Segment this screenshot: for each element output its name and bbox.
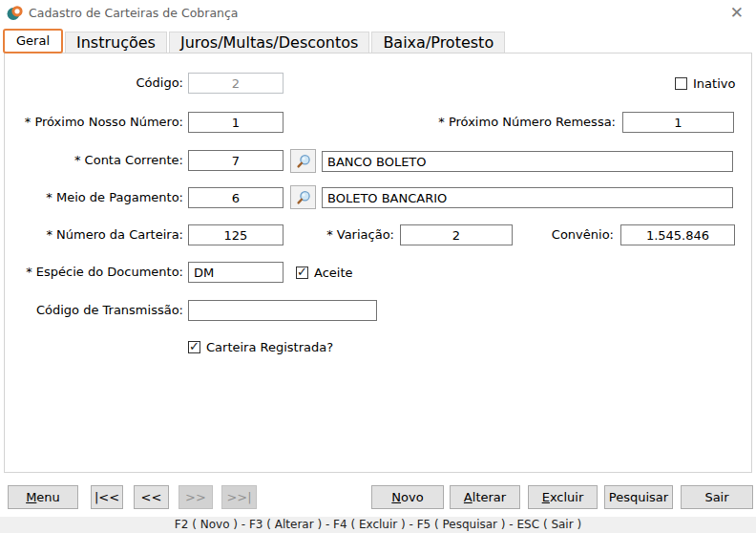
conta-corrente-lookup-button[interactable] bbox=[290, 149, 316, 173]
tab-baixa-protesto[interactable]: Baixa/Protesto bbox=[371, 32, 505, 53]
tab-instrucoes[interactable]: Instruções bbox=[65, 32, 167, 53]
close-icon[interactable]: ✕ bbox=[730, 3, 744, 22]
carteira-registrada-checkbox[interactable]: Carteira Registrada? bbox=[188, 340, 333, 354]
previous-record-button[interactable]: << bbox=[134, 485, 169, 509]
first-record-button[interactable]: |<< bbox=[91, 485, 123, 509]
meio-pagamento-label: * Meio de Pagamento: bbox=[8, 187, 183, 208]
checkbox-box bbox=[296, 266, 308, 279]
sair-button[interactable]: Sair bbox=[681, 485, 753, 509]
proximo-nosso-numero-label: * Próximo Nosso Número: bbox=[8, 112, 183, 133]
proximo-numero-remessa-label: * Próximo Número Remessa: bbox=[382, 112, 616, 133]
carteira-registrada-checkbox-label: Carteira Registrada? bbox=[206, 340, 333, 354]
convenio-label: Convênio: bbox=[515, 224, 614, 245]
checkbox-box bbox=[675, 77, 687, 90]
magnifier-icon bbox=[296, 154, 311, 169]
novo-button[interactable]: Novo bbox=[371, 485, 444, 509]
codigo-input bbox=[188, 73, 284, 94]
inativo-checkbox-label: Inativo bbox=[693, 76, 735, 91]
app-logo-icon bbox=[7, 5, 23, 21]
alterar-button[interactable]: Alterar bbox=[450, 485, 520, 509]
convenio-input[interactable] bbox=[620, 224, 735, 245]
especie-documento-input[interactable] bbox=[188, 262, 284, 283]
next-record-button: >> bbox=[178, 485, 213, 509]
app-window: Cadastro de Carteiras de Cobrança ✕ Gera… bbox=[0, 0, 756, 533]
checkbox-box bbox=[188, 341, 200, 353]
proximo-numero-remessa-input[interactable] bbox=[622, 112, 734, 133]
conta-corrente-input[interactable] bbox=[188, 150, 284, 171]
numero-carteira-label: * Número da Carteira: bbox=[8, 224, 183, 245]
inativo-checkbox[interactable]: Inativo bbox=[675, 76, 735, 91]
excluir-button[interactable]: Excluir bbox=[528, 485, 598, 509]
conta-corrente-label: * Conta Corrente: bbox=[8, 150, 183, 171]
numero-carteira-input[interactable] bbox=[188, 224, 284, 245]
meio-pagamento-input[interactable] bbox=[188, 187, 284, 208]
conta-corrente-descricao-input[interactable] bbox=[322, 151, 733, 172]
proximo-nosso-numero-input[interactable] bbox=[188, 112, 284, 133]
codigo-transmissao-label: Código de Transmissão: bbox=[8, 300, 183, 321]
especie-documento-label: * Espécie do Documento: bbox=[8, 262, 183, 283]
window-title: Cadastro de Carteiras de Cobrança bbox=[29, 6, 239, 20]
magnifier-icon bbox=[296, 190, 311, 205]
aceite-checkbox-label: Aceite bbox=[314, 266, 353, 280]
status-bar-shortcuts: F2 ( Novo ) - F3 ( Alterar ) - F4 ( Excl… bbox=[0, 517, 756, 533]
codigo-transmissao-input[interactable] bbox=[188, 300, 377, 321]
tab-geral[interactable]: Geral bbox=[3, 29, 63, 53]
variacao-input[interactable] bbox=[400, 224, 513, 245]
codigo-label: Código: bbox=[8, 73, 183, 94]
tab-juros-multas-descontos[interactable]: Juros/Multas/Descontos bbox=[169, 32, 369, 53]
meio-pagamento-lookup-button[interactable] bbox=[290, 185, 316, 209]
last-record-button: >>| bbox=[221, 485, 257, 509]
menu-button[interactable]: Menu bbox=[8, 485, 78, 509]
variacao-label: * Variação: bbox=[296, 224, 394, 245]
pesquisar-button[interactable]: Pesquisar bbox=[604, 485, 673, 509]
title-bar: Cadastro de Carteiras de Cobrança ✕ bbox=[0, 0, 756, 27]
aceite-checkbox[interactable]: Aceite bbox=[296, 266, 353, 280]
tab-strip: Instruções Juros/Multas/Descontos Baixa/… bbox=[65, 32, 505, 53]
meio-pagamento-descricao-input[interactable] bbox=[322, 187, 733, 208]
